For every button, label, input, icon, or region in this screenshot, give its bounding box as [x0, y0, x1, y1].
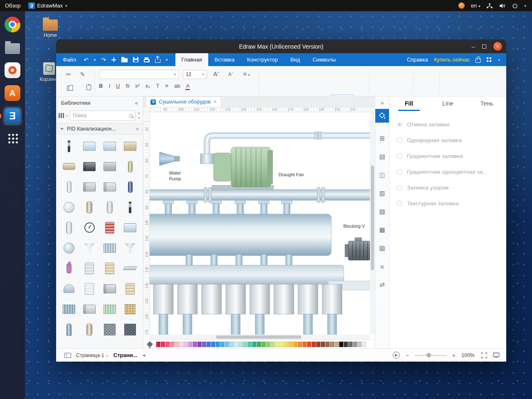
- color-swatch[interactable]: [202, 342, 206, 347]
- color-swatch[interactable]: [293, 342, 298, 347]
- color-swatch[interactable]: [303, 342, 307, 347]
- fill-bucket-icon[interactable]: [147, 341, 153, 347]
- panel-icon[interactable]: ▥: [375, 184, 389, 202]
- fill-panel-icon[interactable]: [375, 109, 389, 123]
- paste-icon[interactable]: [86, 85, 91, 90]
- buy-now-link[interactable]: Купить сейчас: [434, 57, 470, 63]
- color-swatch[interactable]: [266, 342, 270, 347]
- library-symbol[interactable]: [59, 217, 79, 238]
- library-picker-icon[interactable]: [59, 113, 64, 118]
- radio-icon[interactable]: [397, 201, 402, 206]
- presentation-play-icon[interactable]: ▶: [393, 352, 400, 359]
- library-symbol[interactable]: [59, 177, 79, 197]
- panel-icon[interactable]: ▦: [375, 221, 389, 239]
- library-symbol[interactable]: [79, 238, 100, 258]
- color-swatch[interactable]: [312, 342, 316, 347]
- shrink-font-button[interactable]: A−: [228, 71, 234, 77]
- library-symbol[interactable]: [120, 156, 140, 177]
- format-button[interactable]: I: [108, 83, 110, 89]
- color-swatch[interactable]: [362, 342, 366, 347]
- panel-tab[interactable]: Line: [429, 96, 468, 111]
- color-swatch[interactable]: [307, 342, 311, 347]
- color-swatch[interactable]: [261, 342, 266, 347]
- scroll-up-icon[interactable]: ∧: [138, 111, 140, 116]
- color-swatch[interactable]: [197, 342, 202, 347]
- color-swatch[interactable]: [280, 342, 284, 347]
- format-button[interactable]: x²: [135, 83, 140, 89]
- color-swatch[interactable]: [220, 342, 224, 347]
- library-search[interactable]: [70, 111, 135, 121]
- copy-icon[interactable]: [67, 86, 71, 91]
- color-swatch[interactable]: [339, 342, 343, 347]
- color-swatch[interactable]: [335, 342, 339, 347]
- color-swatch[interactable]: [165, 342, 170, 347]
- vertical-scrollbar[interactable]: [370, 112, 375, 335]
- panel-icon[interactable]: ≡: [375, 257, 389, 276]
- power-icon[interactable]: [512, 3, 518, 9]
- document-tab[interactable]: Ǝ Сушильное оборудов ×: [146, 96, 221, 107]
- file-menu[interactable]: Файл: [56, 57, 83, 63]
- search-input[interactable]: [73, 113, 126, 118]
- library-symbol[interactable]: [120, 319, 140, 340]
- color-swatch[interactable]: [252, 342, 256, 347]
- align-button[interactable]: ≡ ▾: [243, 71, 250, 77]
- panel-icon[interactable]: ▨: [375, 239, 389, 257]
- color-swatch[interactable]: [184, 342, 188, 347]
- color-swatch[interactable]: [248, 342, 252, 347]
- window-titlebar[interactable]: Edraw Max (Unlicensed Version) – ×: [56, 39, 506, 53]
- ribbon-tab[interactable]: Вставка: [208, 53, 241, 66]
- library-symbol[interactable]: [120, 278, 140, 299]
- expand-strip-icon[interactable]: »: [375, 96, 389, 109]
- color-swatch[interactable]: [325, 342, 330, 347]
- fill-option[interactable]: Текстурная заливка: [389, 195, 506, 211]
- library-symbol[interactable]: [79, 197, 100, 217]
- format-button[interactable]: ≡: [165, 83, 168, 89]
- color-swatch[interactable]: [353, 342, 357, 347]
- color-swatch[interactable]: [298, 342, 302, 347]
- radio-icon[interactable]: [397, 122, 402, 127]
- fill-option[interactable]: Градиентная одноцветная за...: [389, 164, 506, 180]
- pages-dropdown[interactable]: Страница-1 ∨: [76, 352, 108, 358]
- color-swatch[interactable]: [348, 342, 352, 347]
- more-tools-caret-icon[interactable]: ▾: [166, 58, 168, 62]
- library-symbol[interactable]: [59, 136, 79, 156]
- color-swatch[interactable]: [271, 342, 275, 347]
- dock-edraw-icon[interactable]: Ǝ: [3, 106, 22, 126]
- library-symbol[interactable]: [79, 136, 100, 156]
- color-swatch[interactable]: [225, 342, 229, 347]
- network-icon[interactable]: [486, 3, 493, 9]
- format-button[interactable]: A: [186, 83, 190, 89]
- redo-icon[interactable]: ↷: [101, 57, 106, 63]
- fill-option[interactable]: Градиентная заливка: [389, 148, 506, 164]
- panel-icon[interactable]: ⊞: [375, 129, 389, 148]
- library-symbol[interactable]: [79, 156, 100, 177]
- notification-badge-icon[interactable]: [458, 2, 465, 9]
- volume-icon[interactable]: [499, 3, 506, 9]
- undo-caret-icon[interactable]: ▾: [94, 58, 96, 62]
- panel-icon[interactable]: ▤: [375, 148, 389, 166]
- fill-option[interactable]: Отмена заливки: [389, 116, 506, 132]
- show-applications-icon[interactable]: [3, 128, 22, 148]
- open-file-icon[interactable]: [121, 58, 128, 62]
- color-swatch[interactable]: [188, 342, 192, 347]
- library-symbol[interactable]: [120, 197, 140, 217]
- grow-font-button[interactable]: A+: [213, 70, 219, 77]
- library-symbol[interactable]: [59, 238, 79, 258]
- library-symbol[interactable]: [120, 136, 140, 156]
- color-swatch[interactable]: [330, 342, 334, 347]
- undo-icon[interactable]: ↶: [84, 57, 89, 63]
- dock-files-icon[interactable]: [3, 38, 22, 57]
- panel-icon[interactable]: ◫: [375, 166, 389, 184]
- color-swatch[interactable]: [229, 342, 234, 347]
- library-symbol[interactable]: [79, 319, 100, 340]
- color-swatch[interactable]: [289, 342, 293, 347]
- library-section-header[interactable]: PID Канализацион... ×: [56, 123, 143, 135]
- fit-page-icon[interactable]: [481, 352, 487, 358]
- page-panel-icon[interactable]: [64, 353, 71, 358]
- panel-icon[interactable]: ▧: [375, 202, 389, 221]
- help-menu[interactable]: Справка: [407, 57, 428, 63]
- color-swatch[interactable]: [239, 342, 243, 347]
- print-icon[interactable]: [144, 59, 150, 62]
- close-button[interactable]: ×: [493, 42, 502, 51]
- scroll-down-icon[interactable]: ∨: [138, 116, 140, 120]
